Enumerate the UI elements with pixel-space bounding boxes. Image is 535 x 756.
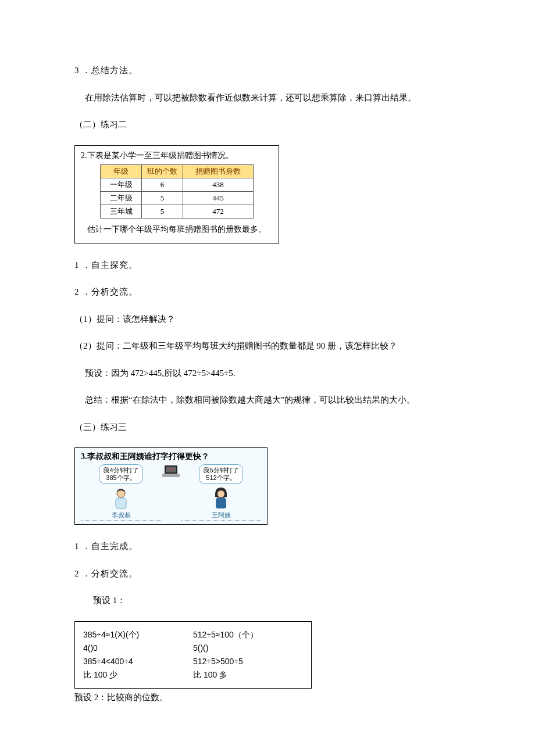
section-3-heading: 3 ．总结方法。 bbox=[74, 64, 465, 77]
right-speech-bubble: 我5分钟打了 512个字。 bbox=[199, 464, 242, 484]
table-row: 一年级 6 438 bbox=[101, 178, 254, 191]
preset-2-label: 预设 2：比较商的位数。 bbox=[74, 691, 465, 704]
left-speech-bubble: 我4分钟打了 385个字。 bbox=[99, 464, 142, 484]
problem-2-caption: 估计一下哪个年级平均每班捐赠图书的册数最多。 bbox=[81, 224, 273, 235]
preset-1-label: 预设 1： bbox=[74, 594, 465, 607]
woman-icon bbox=[209, 486, 233, 510]
step-self-explore: 1 ．自主探究。 bbox=[74, 259, 465, 272]
step-analyze: 2 ．分析交流。 bbox=[74, 285, 465, 299]
calc-left-col: 385÷4≈1(X)(个) 4()0 385÷4<400÷4 比 100 少 bbox=[83, 628, 193, 682]
step-self-complete: 1 ．自主完成。 bbox=[74, 540, 465, 553]
exercise-3-heading: （三）练习三 bbox=[74, 421, 465, 434]
man-icon bbox=[109, 486, 133, 510]
exercise-2-heading: （二）练习二 bbox=[74, 118, 465, 131]
problem-3-title: 3.李叔叔和王阿姨谁打字打得更快？ bbox=[81, 452, 261, 462]
svg-rect-4 bbox=[170, 469, 172, 470]
donation-table: 年级 班的个数 捐赠图书身数 一年级 6 438 二年级 5 445 三年城 bbox=[100, 164, 254, 218]
right-name: 王阿姨 bbox=[181, 511, 261, 521]
problem-2-title: 2.下表是某小学一至三年级捐赠图书情况。 bbox=[81, 151, 273, 161]
calc-line: 比 100 少 bbox=[83, 669, 193, 681]
calculation-box: 385÷4≈1(X)(个) 4()0 385÷4<400÷4 比 100 少 5… bbox=[74, 621, 312, 689]
table-row: 二年级 5 445 bbox=[101, 191, 254, 205]
svg-rect-7 bbox=[216, 498, 226, 508]
question-1: （1）提问：该怎样解决？ bbox=[74, 313, 465, 326]
problem-2-box: 2.下表是某小学一至三年级捐赠图书情况。 年级 班的个数 捐赠图书身数 一年级 … bbox=[74, 145, 279, 243]
table-row: 三年城 5 472 bbox=[101, 205, 254, 218]
summary-line: 总结：根据“在除法中，除数相同被除数越大商越大”的规律，可以比较出结果的大小。 bbox=[74, 393, 465, 407]
problem-3-left: 我4分钟打了 385个字。 李叔叔 bbox=[81, 464, 161, 521]
left-name: 李叔叔 bbox=[81, 511, 161, 521]
laptop-icon bbox=[161, 464, 181, 484]
calc-line: 512÷5>500÷5 bbox=[193, 655, 303, 668]
th-grade: 年级 bbox=[101, 164, 142, 178]
problem-3-right: 我5分钟打了 512个字。 王阿姨 bbox=[181, 464, 261, 521]
problem-3-box: 3.李叔叔和王阿姨谁打字打得更快？ 我4分钟打了 385个字。 李叔叔 bbox=[74, 447, 268, 525]
calc-line: 512÷5≈100（个） bbox=[193, 629, 303, 641]
preset-answer: 预设：因为 472>445,所以 472÷5>445÷5. bbox=[74, 367, 465, 380]
svg-point-6 bbox=[217, 490, 224, 497]
th-books: 捐赠图书身数 bbox=[183, 164, 254, 178]
calc-line: 385÷4<400÷4 bbox=[83, 655, 193, 668]
calc-line: 385÷4≈1(X)(个) bbox=[83, 629, 193, 641]
section-3-body: 在用除法估算时，可以把被除数看作近似数来计算，还可以想乘算除，来口算出结果。 bbox=[74, 91, 465, 105]
calc-right-col: 512÷5≈100（个） 5()() 512÷5>500÷5 比 100 多 bbox=[193, 628, 303, 682]
svg-rect-5 bbox=[162, 474, 180, 477]
question-2: （2）提问：二年级和三年级平均每班大约捐赠图书的数量都是 90 册，该怎样比较？ bbox=[74, 339, 465, 353]
th-classes: 班的个数 bbox=[142, 164, 183, 178]
calc-line: 5()() bbox=[193, 642, 303, 654]
step-analyze-2: 2 ．分析交流。 bbox=[74, 567, 465, 581]
calc-line: 4()0 bbox=[83, 642, 193, 654]
calc-line: 比 100 多 bbox=[193, 669, 303, 681]
svg-rect-1 bbox=[116, 498, 126, 508]
